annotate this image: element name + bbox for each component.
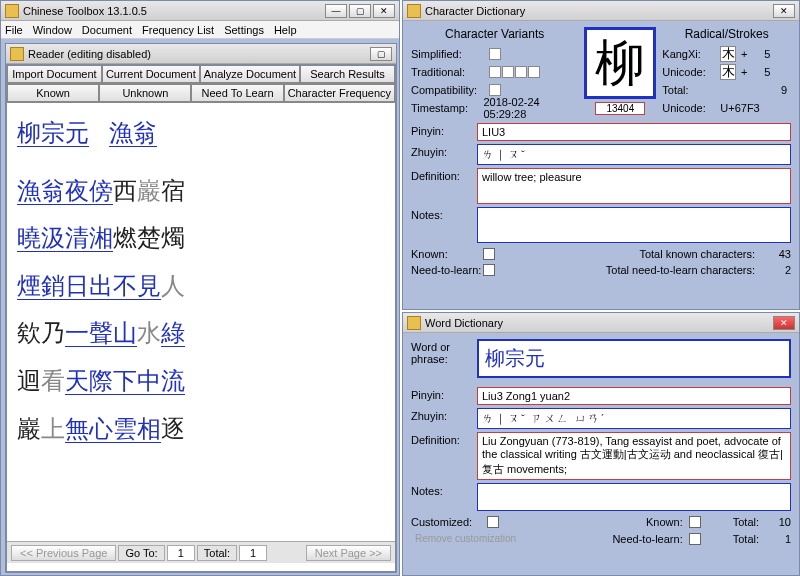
analyze-document-button[interactable]: Analyze Document: [200, 65, 300, 83]
menu-window[interactable]: Window: [33, 24, 72, 36]
poem-segment[interactable]: 人: [161, 273, 185, 299]
search-results-button[interactable]: Search Results: [300, 65, 395, 83]
ntl-checkbox[interactable]: [483, 264, 495, 276]
reader-maximize-button[interactable]: ▢: [370, 47, 392, 61]
poem-segment[interactable]: 上: [41, 416, 65, 442]
word-notes-value[interactable]: [477, 483, 791, 511]
menu-file[interactable]: File: [5, 24, 23, 36]
zhuyin-value[interactable]: ㄌ｜ㄡˇ: [477, 144, 791, 165]
char-dict-close-button[interactable]: ✕: [773, 4, 795, 18]
poem-segment[interactable]: 不見: [113, 273, 161, 300]
zhuyin-label: Zhuyin:: [411, 144, 477, 158]
kangxi-strokes: 5: [752, 48, 770, 60]
poem-segment[interactable]: 水: [137, 320, 161, 346]
poem-segment[interactable]: 巖: [17, 416, 41, 442]
minimize-button[interactable]: —: [325, 4, 347, 18]
close-button[interactable]: ✕: [373, 4, 395, 18]
customized-checkbox[interactable]: [487, 516, 499, 528]
reader-title: Reader (editing disabled): [28, 48, 151, 60]
pinyin-value[interactable]: LIU3: [477, 123, 791, 141]
word-ntl-checkbox[interactable]: [689, 533, 701, 545]
word-known-checkbox[interactable]: [689, 516, 701, 528]
unicode-rad-label: Unicode:: [662, 66, 720, 78]
character-frequency-button[interactable]: Character Frequency: [284, 84, 395, 102]
remove-customization-button[interactable]: Remove customization: [411, 532, 520, 545]
compatibility-label: Compatibility:: [411, 84, 489, 96]
customized-label: Customized:: [411, 516, 481, 528]
total-ntl-value: 2: [761, 264, 791, 276]
unknown-button[interactable]: Unknown: [99, 84, 191, 102]
notes-value[interactable]: [477, 207, 791, 243]
reader-text-area[interactable]: 柳宗元 漁翁 漁翁夜傍西巖宿曉汲清湘燃楚燭煙銷日出不見人欸乃一聲山水綠迴看天際下…: [7, 103, 395, 541]
word-ntl-label: Need-to-learn:: [612, 533, 682, 545]
simplified-label: Simplified:: [411, 48, 489, 60]
poem-segment[interactable]: 雲: [113, 416, 137, 443]
kangxi-radical: 木: [720, 46, 736, 62]
poem-segment[interactable]: 清湘: [65, 225, 113, 252]
menu-settings[interactable]: Settings: [224, 24, 264, 36]
poem-segment[interactable]: 漁翁: [17, 178, 65, 205]
poem-segment[interactable]: 下: [113, 368, 137, 395]
definition-value[interactable]: willow tree; pleasure: [477, 168, 791, 204]
poem-segment[interactable]: 迴: [17, 368, 41, 394]
poem-segment[interactable]: 燃: [113, 225, 137, 251]
reader-toolbar-2: Known Unknown Need To Learn Character Fr…: [7, 84, 395, 103]
menu-frequency-list[interactable]: Frequency List: [142, 24, 214, 36]
main-title: Chinese Toolbox 13.1.0.5: [23, 5, 147, 17]
menu-document[interactable]: Document: [82, 24, 132, 36]
word-phrase-value[interactable]: 柳宗元: [477, 339, 791, 378]
word-zhuyin-value[interactable]: ㄌ｜ㄡˇ ㄗㄨㄥ ㄩㄢˊ: [477, 408, 791, 429]
poem-segment[interactable]: 巖: [137, 178, 161, 204]
goto-value[interactable]: 1: [167, 545, 195, 561]
poem-segment[interactable]: 夜傍: [65, 178, 113, 205]
poem-segment[interactable]: 山: [113, 320, 137, 347]
poem-segment[interactable]: 燭: [161, 225, 185, 251]
total-label: Total:: [197, 545, 237, 561]
word-dict-close-button[interactable]: ✕: [773, 316, 795, 330]
word-definition-value[interactable]: Liu Zongyuan (773-819), Tang essayist an…: [477, 432, 791, 480]
word-pinyin-value[interactable]: Liu3 Zong1 yuan2: [477, 387, 791, 405]
poem-author[interactable]: 柳宗元: [17, 120, 89, 147]
poem-segment[interactable]: 曉汲: [17, 225, 65, 252]
known-checkbox[interactable]: [483, 248, 495, 260]
import-document-button[interactable]: Import Document: [7, 65, 102, 83]
main-character[interactable]: 柳: [584, 27, 656, 99]
current-document-button[interactable]: Current Document: [102, 65, 200, 83]
prev-page-button[interactable]: << Previous Page: [11, 545, 116, 561]
word-total2-label: Total:: [733, 533, 759, 545]
poem-segment[interactable]: 流: [161, 368, 185, 395]
poem-segment[interactable]: 西: [113, 178, 137, 204]
poem-segment[interactable]: 煙銷: [17, 273, 65, 300]
poem-segment[interactable]: 一聲: [65, 320, 113, 347]
reader-titlebar: Reader (editing disabled) ▢: [6, 44, 396, 64]
poem-segment[interactable]: 中: [137, 368, 161, 395]
poem-segment[interactable]: 日出: [65, 273, 113, 300]
known-button[interactable]: Known: [7, 84, 99, 102]
char-id: 13404: [595, 102, 645, 115]
pinyin-label: Pinyin:: [411, 123, 477, 137]
word-pinyin-label: Pinyin:: [411, 387, 477, 401]
ntl-label: Need-to-learn:: [411, 264, 477, 276]
reader-statusbar: << Previous Page Go To: 1 Total: 1 Next …: [7, 541, 395, 563]
poem-segment[interactable]: 逐: [161, 416, 185, 442]
poem-segment[interactable]: 看: [41, 368, 65, 394]
poem-segment[interactable]: 天際: [65, 368, 113, 395]
poem-segment[interactable]: 宿: [161, 178, 185, 204]
total-ntl-label: Total need-to-learn characters:: [606, 264, 755, 276]
word-total2-value: 1: [765, 533, 791, 545]
need-to-learn-button[interactable]: Need To Learn: [191, 84, 283, 102]
poem-segment[interactable]: 相: [137, 416, 161, 443]
poem-segment[interactable]: 欸乃: [17, 320, 65, 346]
poem-line: 漁翁夜傍西巖宿: [17, 169, 385, 215]
simplified-variants: [489, 48, 501, 60]
poem-segment[interactable]: 無心: [65, 416, 113, 443]
app-icon: [5, 4, 19, 18]
poem-segment[interactable]: 綠: [161, 320, 185, 347]
poem-name[interactable]: 漁翁: [109, 120, 157, 147]
poem-segment[interactable]: 楚: [137, 225, 161, 251]
menu-help[interactable]: Help: [274, 24, 297, 36]
maximize-button[interactable]: ▢: [349, 4, 371, 18]
next-page-button[interactable]: Next Page >>: [306, 545, 391, 561]
timestamp-value: 2018-02-24 05:29:28: [483, 96, 578, 120]
total-known-label: Total known characters:: [639, 248, 755, 260]
